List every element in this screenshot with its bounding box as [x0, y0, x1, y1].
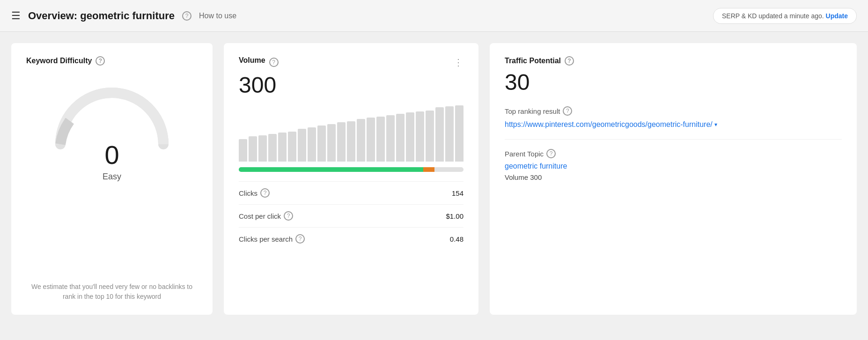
update-status-badge: SERP & KD updated a minute ago. Update	[713, 8, 857, 24]
clicks-label-group: Clicks ?	[239, 188, 270, 198]
clicks-row: Clicks ? 154	[239, 181, 463, 204]
traffic-potential-card: Traffic Potential ? 30 Top ranking resul…	[490, 43, 857, 315]
cps-label-text: Clicks per search	[239, 235, 293, 243]
volume-title-text: Volume	[239, 56, 265, 65]
bar	[416, 111, 424, 162]
kd-help-icon[interactable]: ?	[96, 56, 105, 66]
cpc-label-group: Cost per click ?	[239, 211, 293, 221]
bar	[288, 132, 296, 162]
cpc-help-icon[interactable]: ?	[284, 211, 293, 221]
header: ☰ Overview: geometric furniture ? How to…	[0, 0, 868, 32]
traffic-number: 30	[505, 69, 842, 95]
cps-label-group: Clicks per search ?	[239, 234, 305, 244]
bar	[357, 119, 365, 162]
traffic-title-text: Traffic Potential	[505, 57, 561, 65]
divider-1	[505, 139, 842, 140]
top-ranking-url[interactable]: https://www.pinterest.com/geometricgoods…	[505, 119, 842, 130]
kd-title-text: Keyword Difficulty	[26, 57, 92, 65]
parent-topic-label-text: Parent Topic	[505, 150, 544, 158]
volume-bar-chart	[239, 105, 463, 162]
cps-value: 0.48	[450, 235, 463, 243]
bar	[386, 115, 395, 162]
bar	[327, 124, 336, 162]
clicks-per-search-row: Clicks per search ? 0.48	[239, 227, 463, 250]
top-ranking-label-text: Top ranking result	[505, 107, 560, 115]
volume-help-icon[interactable]: ?	[269, 58, 279, 67]
top-ranking-url-text: https://www.pinterest.com/geometricgoods…	[505, 119, 713, 130]
cpc-value: $1.00	[446, 212, 463, 220]
main-content: Keyword Difficulty ? 0 Easy We estimate …	[0, 32, 868, 326]
bar	[337, 122, 346, 162]
cpc-label-text: Cost per click	[239, 212, 281, 220]
traffic-help-icon[interactable]: ?	[565, 56, 574, 66]
bar	[298, 129, 306, 162]
how-to-use-link[interactable]: How to use	[199, 12, 236, 20]
cost-per-click-row: Cost per click ? $1.00	[239, 204, 463, 227]
traffic-card-title: Traffic Potential ?	[505, 56, 842, 66]
bar	[268, 134, 277, 162]
header-help-icon[interactable]: ?	[182, 11, 191, 21]
top-ranking-label: Top ranking result ?	[505, 106, 842, 116]
page-title: Overview: geometric furniture	[28, 10, 175, 22]
volume-progress-bar	[239, 167, 463, 172]
url-dropdown-arrow[interactable]: ▾	[714, 121, 717, 129]
volume-info-label: Volume 300	[505, 173, 542, 181]
gauge-wrapper	[51, 79, 173, 144]
bar	[308, 127, 316, 162]
bar	[367, 118, 375, 162]
volume-menu-icon[interactable]: ⋮	[454, 57, 463, 68]
gauge-svg	[51, 79, 173, 154]
bar	[455, 105, 463, 162]
bar	[249, 136, 257, 162]
parent-topic-link[interactable]: geometric furniture	[505, 162, 842, 170]
bar	[426, 111, 434, 162]
clicks-help-icon[interactable]: ?	[260, 188, 270, 198]
clicks-label-text: Clicks	[239, 189, 257, 197]
bar	[278, 133, 287, 162]
volume-info: Volume 300	[505, 173, 842, 181]
bar	[435, 107, 444, 162]
update-link[interactable]: Update	[826, 12, 848, 20]
kd-description: We estimate that you'll need very few or…	[26, 268, 198, 302]
bar	[396, 114, 405, 162]
bar	[258, 135, 267, 162]
volume-number: 300	[239, 72, 463, 98]
volume-title-group: Volume ?	[239, 56, 279, 68]
top-ranking-help-icon[interactable]: ?	[563, 106, 572, 116]
cps-help-icon[interactable]: ?	[295, 234, 305, 244]
hamburger-icon[interactable]: ☰	[11, 10, 21, 22]
bar	[317, 126, 326, 162]
parent-topic-label: Parent Topic ?	[505, 149, 842, 158]
parent-topic-help-icon[interactable]: ?	[546, 149, 556, 158]
kd-card-title: Keyword Difficulty ?	[26, 56, 198, 66]
update-status-text: SERP & KD updated a minute ago.	[722, 12, 824, 20]
bar	[376, 117, 385, 162]
bar	[239, 139, 247, 162]
bar	[347, 121, 355, 162]
progress-orange-segment	[423, 167, 434, 172]
clicks-value: 154	[452, 189, 463, 197]
bar	[445, 106, 454, 162]
keyword-difficulty-card: Keyword Difficulty ? 0 Easy We estimate …	[11, 43, 213, 315]
gauge-container: 0 Easy	[26, 79, 198, 254]
volume-header: Volume ? ⋮	[239, 56, 463, 68]
bar	[406, 112, 414, 162]
volume-card: Volume ? ⋮ 300 Clicks ? 154 Cost per cli…	[224, 43, 478, 315]
progress-green-segment	[239, 167, 423, 172]
kd-label: Easy	[103, 172, 121, 182]
